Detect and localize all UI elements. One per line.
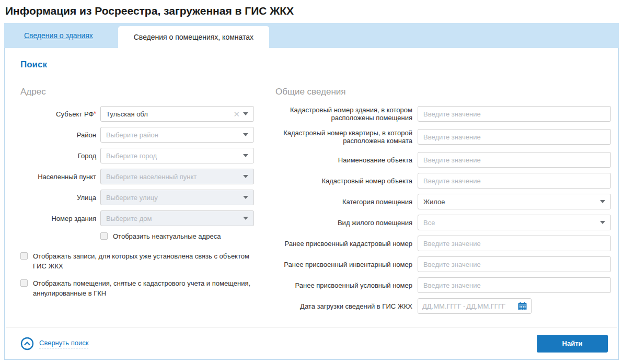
flat-cadastral-label: Кадастровый номер квартиры, в которой ра…	[275, 129, 412, 145]
chevron-down-icon	[243, 154, 248, 157]
tab-premises-label: Сведения о помещениях, комнатах	[134, 33, 253, 41]
field-row-object-name: Наименование объекта	[275, 152, 611, 168]
dwelling-type-label: Вид жилого помещения	[275, 219, 412, 227]
category-label: Категория помещения	[275, 198, 412, 206]
load-date-to-input[interactable]	[466, 302, 506, 310]
object-cadastral-input[interactable]	[418, 173, 611, 189]
subject-label: Субъект РФ*	[20, 110, 96, 118]
field-row-building: Номер здания Выберите дом	[20, 210, 254, 226]
required-asterisk: *	[94, 110, 96, 118]
field-row-dwelling-type: Вид жилого помещения Все	[275, 215, 611, 230]
settlement-placeholder: Выберите населенный пункт	[106, 173, 197, 181]
address-heading: Адрес	[20, 87, 254, 97]
prev-inventory-label: Ранее присвоенный инвентарный номер	[275, 261, 412, 268]
linked-records-label: Отображать записи, для которых уже устан…	[33, 251, 254, 271]
object-name-label: Наименование объекта	[275, 156, 412, 164]
address-section: Адрес Субъект РФ* Тульская обл ✕ Район	[20, 87, 254, 319]
chevron-down-icon[interactable]	[243, 112, 248, 115]
field-row-prev-conditional: Ранее присвоенный условный номер	[275, 277, 611, 293]
prev-inventory-input[interactable]	[418, 256, 611, 272]
category-select[interactable]: Жилое	[418, 194, 611, 209]
load-date-from-input[interactable]	[422, 302, 462, 310]
checkbox-row-annulled: Отображать помещения, снятые с кадастров…	[20, 278, 254, 298]
prev-conditional-label: Ранее присвоенный условный номер	[275, 281, 412, 289]
checkbox-row-linked: Отображать записи, для которых уже устан…	[20, 251, 254, 271]
prev-conditional-input[interactable]	[418, 277, 611, 293]
object-name-input[interactable]	[418, 152, 611, 168]
load-date-range: -	[418, 298, 532, 314]
street-label: Улица	[20, 194, 96, 202]
field-row-district: Район Выберите район	[20, 127, 254, 143]
field-row-street: Улица Выберите улицу	[20, 190, 254, 205]
flat-cadastral-input[interactable]	[418, 129, 611, 145]
object-cadastral-label: Кадастровый номер объекта	[275, 177, 412, 185]
inactual-addresses-label: Отобразить неактуальные адреса	[113, 231, 221, 241]
chevron-down-icon	[600, 221, 605, 224]
search-form-panel: Поиск Адрес Субъект РФ* Тульская обл ✕	[4, 48, 619, 360]
settlement-label: Населенный пункт	[20, 173, 96, 181]
field-row-subject: Субъект РФ* Тульская обл ✕	[20, 106, 254, 122]
building-label: Номер здания	[20, 215, 96, 222]
find-button[interactable]: Найти	[537, 335, 608, 353]
field-row-flat-cadastral: Кадастровый номер квартиры, в которой ра…	[275, 129, 611, 145]
prev-cadastral-label: Ранее присвоенный кадастровый номер	[275, 240, 412, 248]
annulled-premises-checkbox[interactable]	[20, 279, 28, 287]
field-row-prev-inventory: Ранее присвоенный инвентарный номер	[275, 256, 611, 272]
field-row-prev-cadastral: Ранее присвоенный кадастровый номер	[275, 236, 611, 251]
general-heading: Общие сведения	[275, 87, 611, 97]
date-separator: -	[463, 302, 465, 310]
building-select[interactable]: Выберите дом	[100, 210, 254, 226]
calendar-icon[interactable]	[518, 302, 527, 310]
field-row-category: Категория помещения Жилое	[275, 194, 611, 209]
collapse-search-label: Свернуть поиск	[39, 339, 88, 348]
district-select[interactable]: Выберите район	[100, 127, 254, 143]
chevron-down-icon	[243, 217, 248, 220]
subject-select[interactable]: Тульская обл ✕	[100, 106, 254, 122]
district-label: Район	[20, 131, 96, 139]
district-placeholder: Выберите район	[106, 131, 158, 139]
tab-buildings[interactable]: Сведения о зданиях	[24, 31, 93, 40]
street-select[interactable]: Выберите улицу	[100, 190, 254, 205]
street-placeholder: Выберите улицу	[106, 194, 158, 202]
checkbox-row-inactual: Отобразить неактуальные адреса	[100, 231, 254, 241]
tab-bar: Сведения о зданиях Сведения о помещениях…	[4, 23, 619, 48]
chevron-down-icon	[243, 133, 248, 136]
collapse-circle-up-icon	[20, 337, 34, 350]
subject-value: Тульская обл	[106, 110, 148, 118]
city-label: Город	[20, 152, 96, 160]
building-placeholder: Выберите дом	[106, 215, 152, 222]
city-select[interactable]: Выберите город	[100, 148, 254, 163]
field-row-settlement: Населенный пункт Выберите населенный пун…	[20, 169, 254, 184]
annulled-premises-label: Отображать помещения, снятые с кадастров…	[33, 278, 254, 298]
dwelling-type-select[interactable]: Все	[418, 215, 611, 230]
dwelling-type-value: Все	[423, 219, 435, 227]
search-panel: Сведения о зданиях Сведения о помещениях…	[4, 23, 619, 360]
collapse-search-link[interactable]: Свернуть поиск	[20, 337, 88, 350]
building-cadastral-label: Кадастровый номер здания, в котором расп…	[275, 106, 412, 122]
chevron-down-icon	[243, 175, 248, 178]
building-cadastral-input[interactable]	[418, 106, 611, 122]
linked-records-checkbox[interactable]	[20, 252, 28, 260]
field-row-building-cadastral: Кадастровый номер здания, в котором расп…	[275, 106, 611, 122]
chevron-down-icon	[600, 200, 605, 203]
load-date-label: Дата загрузки сведений в ГИС ЖКХ	[275, 302, 412, 310]
field-row-load-date: Дата загрузки сведений в ГИС ЖКХ -	[275, 298, 611, 314]
field-row-object-cadastral: Кадастровый номер объекта	[275, 173, 611, 189]
chevron-down-icon	[243, 196, 248, 199]
tab-premises[interactable]: Сведения о помещениях, комнатах	[118, 26, 269, 48]
field-row-city: Город Выберите город	[20, 148, 254, 163]
inactual-addresses-checkbox[interactable]	[100, 232, 108, 240]
category-value: Жилое	[423, 198, 445, 206]
settlement-select[interactable]: Выберите населенный пункт	[100, 169, 254, 184]
general-section: Общие сведения Кадастровый номер здания,…	[275, 87, 611, 319]
city-placeholder: Выберите город	[106, 152, 157, 160]
clear-icon[interactable]: ✕	[233, 110, 240, 118]
search-footer: Свернуть поиск Найти	[6, 327, 617, 359]
search-heading: Поиск	[20, 60, 608, 70]
page-title: Информация из Росреестра, загруженная в …	[0, 0, 623, 23]
prev-cadastral-input[interactable]	[418, 236, 611, 251]
